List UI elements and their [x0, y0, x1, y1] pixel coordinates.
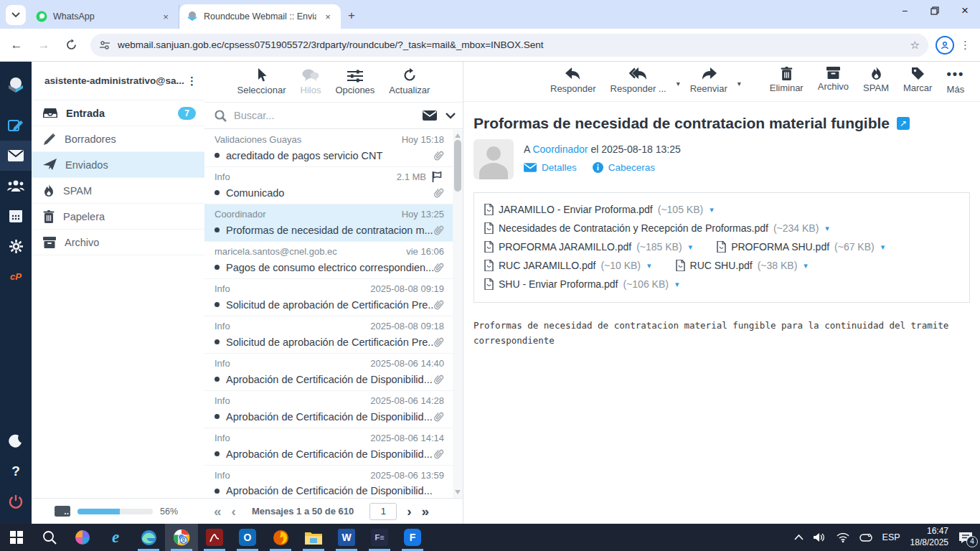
bookmark-star-icon[interactable]: ☆	[910, 39, 920, 52]
dark-mode-button[interactable]	[0, 426, 32, 456]
details-toggle[interactable]: Detalles	[524, 162, 577, 173]
url-text[interactable]: webmail.sanjuan.gob.ec/cpsess0751905572/…	[118, 39, 910, 50]
firefox-button[interactable]	[264, 524, 297, 551]
scroll-down-icon[interactable]	[455, 490, 461, 494]
refresh-button[interactable]: Actualizar	[389, 67, 430, 95]
attachment-menu-icon[interactable]: ▾	[881, 242, 885, 252]
tab-close-icon[interactable]: ×	[322, 11, 334, 22]
headers-toggle[interactable]: Cabeceras	[593, 162, 655, 173]
notification-center-button[interactable]: 4	[958, 532, 973, 544]
mark-button[interactable]: Marcar	[899, 67, 936, 93]
scrollbar-thumb[interactable]	[454, 140, 461, 192]
attachment-item[interactable]: RUC SHU.pdf(~38 KB)▾	[676, 260, 808, 271]
message-row[interactable]: Info2025-08-08 09:19 Solicitud de aproba…	[204, 279, 453, 316]
attachment-menu-icon[interactable]: ▾	[804, 261, 808, 270]
spam-button[interactable]: SPAM	[859, 67, 893, 93]
message-row[interactable]: Info2.1 MB Comunicado	[204, 167, 453, 204]
scroll-up-icon[interactable]	[455, 133, 461, 138]
contacts-nav-button[interactable]	[0, 171, 32, 201]
acrobat-button[interactable]	[198, 524, 231, 551]
tray-expand-icon[interactable]	[794, 534, 804, 540]
wifi-icon[interactable]	[837, 533, 849, 542]
start-button[interactable]	[0, 524, 33, 551]
page-input[interactable]	[369, 503, 397, 520]
clock[interactable]: 16:47 18/8/2025	[910, 526, 948, 548]
address-bar[interactable]: webmail.sanjuan.gob.ec/cpsess0751905572/…	[90, 34, 928, 57]
search-options-chevron-icon[interactable]	[446, 113, 456, 119]
language-indicator[interactable]: ESP	[882, 532, 900, 542]
options-button[interactable]: Opciones	[335, 67, 374, 95]
select-button[interactable]: Seleccionar	[237, 67, 286, 95]
close-button[interactable]: ×	[950, 0, 980, 22]
message-row[interactable]: Info2025-08-08 09:18 Solicitud de aproba…	[204, 316, 453, 354]
meet-now-icon[interactable]	[859, 533, 872, 542]
attachment-item[interactable]: SHU - Enviar Proforma.pdf(~106 KB)▾	[484, 278, 679, 290]
attachment-item[interactable]: Necesidades de Contratación y Recepción …	[484, 222, 829, 234]
folder-borradores[interactable]: Borradores	[32, 126, 204, 152]
compose-button[interactable]	[0, 110, 32, 141]
message-row[interactable]: Info2025-08-06 14:14 Aprobación de Certi…	[204, 428, 453, 466]
message-row[interactable]: maricela.santos@cnel.gob.ecvie 16:06 Pag…	[204, 242, 453, 279]
reply-all-caret-icon[interactable]: ▾	[677, 80, 680, 88]
reply-all-button[interactable]: Responder ...	[606, 67, 671, 94]
minimize-button[interactable]: −	[890, 0, 920, 22]
logout-button[interactable]	[0, 486, 32, 517]
back-button[interactable]: ←	[6, 34, 27, 56]
forward-caret-icon[interactable]: ▾	[738, 80, 741, 88]
folder-entrada[interactable]: Entrada 7	[32, 100, 204, 126]
first-page-icon[interactable]: «	[214, 504, 222, 518]
profile-avatar[interactable]	[936, 36, 954, 55]
attachment-item[interactable]: RUC JARAMILLO.pdf(~10 KB)▾	[484, 260, 651, 271]
mail-nav-button[interactable]	[0, 141, 32, 171]
open-in-new-window-icon[interactable]: ↗	[897, 117, 910, 130]
chrome-button[interactable]	[165, 524, 198, 551]
folder-spam[interactable]: SPAM	[32, 178, 204, 204]
attachment-menu-icon[interactable]: ▾	[825, 224, 829, 233]
message-row[interactable]: Info2025-08-06 13:59 Aprobación de Certi…	[204, 466, 453, 498]
folder-enviados[interactable]: Enviados	[32, 152, 204, 178]
maximize-button[interactable]	[920, 0, 950, 22]
folder-archivo[interactable]: Archivo	[32, 230, 204, 255]
search-bar[interactable]: Buscar...	[204, 102, 463, 129]
folder-papelera[interactable]: Papelera	[32, 204, 204, 230]
attachment-menu-icon[interactable]: ▾	[689, 242, 693, 252]
settings-nav-button[interactable]	[0, 231, 32, 261]
attachment-menu-icon[interactable]: ▾	[675, 280, 679, 289]
help-button[interactable]: ?	[0, 456, 32, 486]
forward-button[interactable]: →	[33, 34, 55, 56]
forward-button[interactable]: Reenviar	[686, 67, 732, 94]
word-button[interactable]: W	[330, 524, 363, 551]
delete-button[interactable]: Eliminar	[765, 67, 808, 93]
message-row-selected[interactable]: CoordinadorHoy 13:25 Proformas de necesi…	[204, 204, 453, 242]
reply-button[interactable]: Responder	[546, 67, 600, 94]
volume-icon[interactable]	[814, 532, 826, 542]
more-button[interactable]: ••• Más	[942, 67, 969, 95]
browser-menu-icon[interactable]: ⋮	[960, 39, 971, 52]
list-scrollbar[interactable]	[453, 130, 463, 498]
tab-close-icon[interactable]: ×	[160, 11, 171, 22]
attachment-item[interactable]: PROFORMA SHU.pdf(~67 KB)▾	[717, 241, 885, 253]
copilot-button[interactable]	[66, 524, 99, 551]
cpanel-link[interactable]: cP	[0, 261, 32, 291]
taskbar-search-button[interactable]	[33, 524, 66, 551]
message-row[interactable]: Info2025-08-06 14:28 Aprobación de Certi…	[204, 391, 453, 428]
archive-button[interactable]: Archivo	[814, 67, 853, 92]
search-scope-mail-icon[interactable]	[423, 110, 437, 121]
fs-app-button[interactable]: F≡	[363, 524, 396, 551]
edge-button[interactable]	[132, 524, 165, 551]
message-row[interactable]: Info2025-08-06 14:40 Aprobación de Certi…	[204, 354, 453, 391]
reload-button[interactable]	[60, 34, 82, 56]
account-menu-icon[interactable]: ⋮	[187, 75, 197, 88]
tab-whatsapp[interactable]: WhatsApp ×	[29, 4, 179, 29]
prev-page-icon[interactable]: ‹	[232, 504, 236, 518]
message-row[interactable]: Validaciones GuayasHoy 15:18 acreditado …	[204, 130, 453, 167]
calendar-nav-button[interactable]	[0, 201, 32, 231]
tab-roundcube[interactable]: Roundcube Webmail :: Enviados ×	[179, 4, 341, 29]
attachment-item[interactable]: PROFORMA JARAMILLO.pdf(~185 KB)▾	[484, 241, 692, 253]
foxit-button[interactable]: F	[396, 524, 429, 551]
attachment-menu-icon[interactable]: ▾	[710, 205, 714, 215]
attachment-menu-icon[interactable]: ▾	[647, 261, 651, 270]
last-page-icon[interactable]: »	[422, 504, 430, 518]
file-explorer-button[interactable]	[297, 524, 330, 551]
threads-button[interactable]: Hilos	[301, 67, 321, 95]
